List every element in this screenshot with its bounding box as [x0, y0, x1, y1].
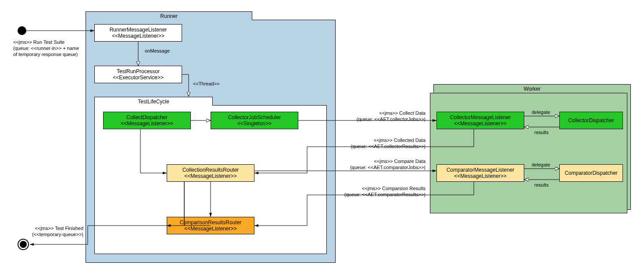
results1-label: results: [534, 130, 548, 136]
compare-data-label: <<jms>> Compare Data (queue: <<AET.compa…: [338, 159, 426, 171]
runner-message-listener: RunnerMessageListener <<MessageListener>…: [94, 24, 182, 42]
comparison-results-router: ComparisonResultsRouter <<MessageListene…: [167, 217, 254, 234]
collection-results-router: CollectionResultsRouter <<MessageListene…: [167, 164, 254, 182]
collect-data-label: <<jms>> Collect Data (queue: <<AET.colle…: [342, 110, 426, 123]
runner-tab: Runner: [86, 11, 252, 20]
results2-label: results: [534, 182, 548, 188]
on-message-label: onMessage: [145, 48, 170, 54]
comparator-message-listener: ComparatorMessageListener <<MessageListe…: [436, 164, 524, 182]
collector-message-listener: CollectorMessageListener <<MessageListen…: [436, 112, 524, 129]
collector-job-scheduler: CollectorJobScheduler <<Singleton>>: [211, 112, 298, 129]
collect-dispatcher: CollectDispatcher <<MessageListener>>: [103, 112, 191, 129]
test-finished-label: <<jms>> Test Finished (<<temporary-queue…: [20, 226, 83, 238]
collected-data-label: <<jms>> Collected Data (queue: <<AET.col…: [338, 138, 426, 150]
worker-container: Worker: [430, 93, 627, 213]
worker-tab: Worker: [433, 84, 631, 93]
final-state-dot: [18, 239, 29, 250]
test-lifecycle-tab: TestLifeCycle: [94, 97, 213, 106]
delegate2-label: delegate: [532, 162, 550, 168]
run-test-suite-label: <<jms>> Run Test Suite (queue: <<runner-…: [13, 39, 83, 57]
test-run-processor: TestRunProcessor <<ExecutorService>>: [94, 66, 182, 83]
comparison-results-label: <<jms>> Comparsion Results (queue: <<AET…: [333, 186, 426, 198]
comparator-dispatcher: ComparatorDispatcher: [559, 164, 623, 182]
collector-dispatcher-worker: CollectorDispatcher: [559, 112, 623, 129]
delegate1-label: delegate: [532, 110, 550, 116]
initial-state-dot: [18, 26, 26, 35]
thread-label: <<Thread>>: [193, 81, 220, 87]
